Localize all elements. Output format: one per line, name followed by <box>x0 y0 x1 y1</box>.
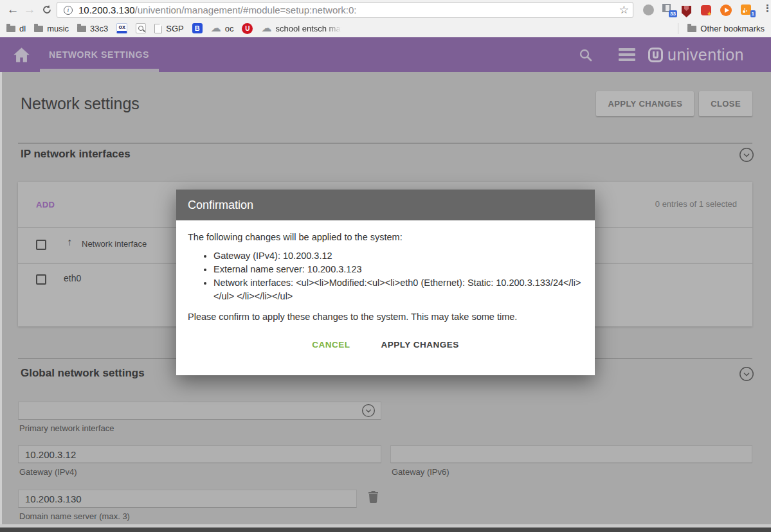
cloud-icon: ☁ <box>261 24 271 33</box>
apply-changes-button[interactable]: APPLY CHANGES <box>596 91 694 116</box>
bookmark-label: 33c3 <box>90 24 108 33</box>
extension-bubble-icon[interactable] <box>643 4 655 16</box>
bookmark-label: school entsch mat <box>275 24 343 33</box>
dialog-confirm-text: Please confirm to apply these changes to… <box>188 312 583 322</box>
collapse-ip-section-button[interactable] <box>739 147 754 165</box>
folder-icon <box>687 26 696 32</box>
menu-button[interactable] <box>619 48 635 64</box>
close-button[interactable]: CLOSE <box>699 91 752 116</box>
other-bookmarks-button[interactable]: Other bookmarks <box>687 24 765 33</box>
folder-icon <box>34 26 43 32</box>
univention-logo-text: univention <box>667 46 744 64</box>
dialog-apply-changes-button[interactable]: APPLY CHANGES <box>377 335 462 355</box>
back-icon[interactable]: ← <box>5 1 21 18</box>
select-all-checkbox[interactable] <box>36 240 46 250</box>
cloud-icon: ☁ <box>211 24 221 33</box>
univention-logo: univention <box>648 46 744 64</box>
row-checkbox[interactable] <box>36 274 46 285</box>
search-icon <box>579 48 592 62</box>
bookmark-b[interactable]: B <box>192 23 203 33</box>
section-divider <box>18 143 752 144</box>
dialog-header: Confirmation <box>176 190 595 220</box>
primary-interface-select[interactable] <box>18 402 381 420</box>
reload-icon[interactable] <box>39 1 55 18</box>
gateway-ipv4-label: Gateway (IPv4) <box>19 467 77 477</box>
confirmation-dialog: Confirmation The following changes will … <box>176 190 595 375</box>
delete-dns-button[interactable] <box>368 491 379 506</box>
home-button[interactable] <box>8 37 35 72</box>
bookmark-univention[interactable]: U <box>242 23 253 34</box>
dns-server-label: Domain name server (max. 3) <box>19 511 130 521</box>
entries-count-label: 0 entries of 1 selected <box>655 199 737 209</box>
bookmark-label: oc <box>225 24 234 33</box>
tab-network-settings[interactable]: NETWORK SETTINGS <box>40 37 158 72</box>
taskbar-edge <box>0 528 771 532</box>
bookmarks-separator <box>678 23 678 34</box>
changes-list: Gateway (IPv4): 10.200.3.12 External nam… <box>188 249 583 303</box>
page-icon <box>154 24 162 33</box>
bookmark-label: music <box>47 24 69 33</box>
forward-icon[interactable]: → <box>22 1 37 18</box>
add-interface-button[interactable]: ADD <box>36 200 55 209</box>
browser-menu-icon[interactable]: ⋮ <box>763 3 771 14</box>
bookmark-school[interactable]: ☁school entsch mat <box>261 24 343 33</box>
chevron-down-icon <box>739 147 754 163</box>
change-item: External name server: 10.200.3.123 <box>213 263 583 276</box>
extension-play-icon[interactable] <box>720 4 732 16</box>
extension-red-icon[interactable] <box>701 4 713 16</box>
bookmark-folder-33c3[interactable]: 33c3 <box>77 24 108 33</box>
browser-window: ← → i 10.200.3.130/univention/management… <box>0 0 771 532</box>
umc-header: NETWORK SETTINGS univention <box>0 37 771 72</box>
page-info-icon[interactable]: i <box>64 6 73 15</box>
browser-toolbar: ← → i 10.200.3.130/univention/management… <box>0 0 771 19</box>
bookmark-label: dl <box>19 24 26 33</box>
dialog-intro-text: The following changes will be applied to… <box>188 232 583 242</box>
ox-icon: ox <box>116 23 127 33</box>
global-settings-section-title: Global network settings <box>21 367 145 380</box>
home-icon <box>13 47 30 63</box>
b-icon: B <box>192 23 203 33</box>
sort-ascending-icon[interactable]: ↑ <box>67 236 72 248</box>
column-header-network-interface[interactable]: Network interface <box>82 239 147 249</box>
gateway-ipv6-input[interactable] <box>390 445 752 463</box>
tab-label: NETWORK SETTINGS <box>49 49 149 60</box>
change-item: Network interfaces: <ul><li>Modified:<ul… <box>213 276 583 303</box>
gateway-ipv4-input[interactable] <box>18 445 381 463</box>
url-bar[interactable]: i 10.200.3.130/univention/management/#mo… <box>57 2 633 18</box>
collapse-global-section-button[interactable] <box>739 366 754 384</box>
window-edge <box>0 72 2 526</box>
select-chevron-icon[interactable] <box>361 403 376 420</box>
folder-icon <box>6 26 15 32</box>
other-bookmarks-label: Other bookmarks <box>700 24 765 33</box>
bookmark-sgp[interactable]: SGP <box>154 24 183 33</box>
bookmark-label: SGP <box>166 24 183 33</box>
chevron-down-icon <box>739 366 754 382</box>
change-item: Gateway (IPv4): 10.200.3.12 <box>213 249 583 263</box>
extension-33-icon[interactable]: 33 <box>662 4 675 16</box>
search-button[interactable] <box>579 48 592 64</box>
bookmark-folder-music[interactable]: music <box>34 24 69 33</box>
ip-interfaces-section-title: IP network interfaces <box>21 148 131 161</box>
extension-rss-icon[interactable]: 1 <box>741 4 753 16</box>
interface-row-eth0[interactable]: eth0 <box>64 273 81 283</box>
bookmark-folder-dl[interactable]: dl <box>6 24 26 33</box>
bookmark-oc[interactable]: ☁oc <box>211 24 234 33</box>
active-tab-indicator <box>40 69 159 72</box>
bookmark-ox[interactable]: ox <box>116 23 127 33</box>
primary-interface-label: Primary network interface <box>19 423 114 433</box>
dialog-body: The following changes will be applied to… <box>176 220 595 370</box>
folder-icon <box>77 26 86 32</box>
dialog-title: Confirmation <box>188 199 253 212</box>
trash-icon <box>368 491 379 503</box>
page-title: Network settings <box>21 94 140 113</box>
univention-logo-icon <box>648 48 663 62</box>
bookmark-star-icon[interactable]: ☆ <box>619 3 629 17</box>
cancel-button[interactable]: CANCEL <box>308 335 354 355</box>
magnifier-icon <box>136 23 146 33</box>
gateway-ipv6-label: Gateway (IPv6) <box>392 467 449 477</box>
extension-shield-icon[interactable] <box>682 4 694 16</box>
bookmarks-bar: dl music 33c3 ox SGP B ☁oc U ☁school ent… <box>0 19 771 37</box>
dns-server-input[interactable] <box>18 490 357 508</box>
url-text[interactable]: 10.200.3.130/univention/management/#modu… <box>78 4 356 15</box>
bookmark-search[interactable] <box>136 23 146 33</box>
